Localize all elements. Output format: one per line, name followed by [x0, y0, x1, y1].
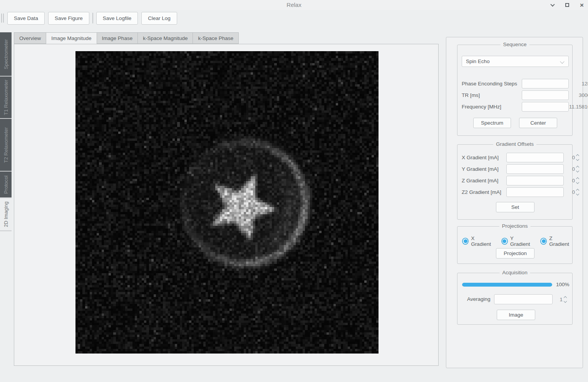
save-data-button[interactable]: Save Data [7, 12, 45, 25]
y-gradient-spinbox[interactable] [506, 164, 564, 174]
z-gradient-radio-label: Z Gradient [549, 235, 572, 247]
center-button[interactable]: Center [519, 118, 557, 128]
spinner-arrows-icon[interactable] [576, 165, 579, 173]
frequency-input[interactable] [522, 102, 588, 111]
z-gradient-input[interactable] [507, 176, 576, 185]
tab-kspace-magnitude[interactable]: k-Space Magnitude [137, 32, 193, 44]
tr-spinbox[interactable] [522, 90, 569, 100]
side-tab-label: Protocol [3, 175, 9, 194]
side-tab-2d-imaging[interactable]: 2D Imaging [0, 198, 12, 231]
frequency-label: Frequency [MHz] [462, 104, 501, 110]
viewer-tab-bar: Overview Image Magnitude Image Phase k-S… [14, 32, 239, 44]
close-icon[interactable]: × [579, 2, 585, 8]
control-panel: Sequence Spin Echo Phase Enconding Steps… [446, 37, 583, 368]
phase-encoding-spinbox[interactable] [522, 79, 569, 88]
gradient-offsets-group: Gradient Offsets X Gradient [mA] Y Gradi… [457, 144, 573, 220]
window-title: Relax [0, 2, 588, 8]
toolbar-grip[interactable] [1, 13, 2, 23]
toolbar-grip[interactable] [3, 13, 4, 23]
frequency-spinbox[interactable] [522, 102, 569, 112]
projections-group: Projections X Gradient Y Gradient Z Grad… [457, 226, 573, 264]
acquisition-progress-bar [462, 283, 552, 287]
y-gradient-label: Y Gradient [mA] [462, 166, 499, 172]
x-gradient-radio[interactable] [462, 238, 469, 245]
averaging-label: Averaging [467, 296, 491, 302]
spectrum-button[interactable]: Spectrum [473, 118, 511, 128]
side-tab-label: T2 Relaxometer [3, 127, 9, 162]
tab-overview[interactable]: Overview [14, 32, 46, 44]
minimize-icon[interactable] [549, 2, 556, 8]
y-gradient-radio-label: Y Gradient [510, 235, 533, 247]
z-gradient-spinbox[interactable] [506, 176, 564, 185]
side-tab-label: T1 Relaxometer [3, 80, 9, 115]
side-tab-t1-relaxometer[interactable]: T1 Relaxometer [0, 77, 12, 119]
spinner-arrows-icon[interactable] [576, 188, 579, 197]
image-button[interactable]: Image [497, 310, 535, 320]
sequence-group: Sequence Spin Echo Phase Enconding Steps… [457, 45, 573, 136]
side-tab-spectrometer[interactable]: Spectrometer [0, 32, 12, 77]
x-gradient-spinbox[interactable] [506, 153, 564, 162]
sequence-select-value: Spin Echo [466, 58, 490, 64]
side-tab-label: 2D Imaging [3, 202, 9, 227]
averaging-input[interactable] [494, 295, 564, 304]
side-tab-protocol[interactable]: Protocol [0, 172, 12, 198]
set-button[interactable]: Set [496, 202, 534, 212]
x-gradient-input[interactable] [507, 153, 576, 162]
chevron-down-icon [560, 59, 564, 63]
spinner-arrows-icon[interactable] [564, 295, 566, 304]
averaging-spinbox[interactable] [494, 294, 553, 304]
x-gradient-label: X Gradient [mA] [462, 155, 499, 160]
projection-button[interactable]: Projection [496, 248, 534, 259]
progress-percent-label: 100% [556, 282, 570, 287]
clear-log-button[interactable]: Clear Log [141, 12, 177, 25]
phase-encoding-label: Phase Enconding Steps [462, 81, 517, 87]
acquisition-group: Acquisition 100% Averaging Image [457, 273, 573, 325]
acquisition-group-title: Acquisition [499, 270, 530, 275]
titlebar: Relax × [0, 0, 588, 10]
toolbar-grip[interactable] [92, 13, 93, 23]
side-tab-t2-relaxometer[interactable]: T2 Relaxometer [0, 119, 12, 172]
phase-encoding-input[interactable] [522, 79, 588, 88]
tab-kspace-phase[interactable]: k-Space Phase [193, 32, 239, 44]
image-viewer-panel [14, 44, 439, 366]
x-gradient-radio-label: X Gradient [471, 235, 494, 247]
side-tab-label: Spectrometer [3, 39, 9, 69]
maximize-icon[interactable] [564, 2, 570, 8]
sequence-select[interactable]: Spin Echo [462, 56, 569, 67]
tr-label: TR [ms] [462, 92, 480, 98]
toolbar: Save Data Save Figure Save Logfile Clear… [0, 11, 588, 25]
z-gradient-radio[interactable] [540, 238, 547, 245]
tab-image-magnitude[interactable]: Image Magnitude [46, 32, 97, 44]
spinner-arrows-icon[interactable] [576, 176, 579, 185]
y-gradient-input[interactable] [507, 165, 576, 173]
z2-gradient-spinbox[interactable] [506, 187, 564, 197]
side-tab-bar: Spectrometer T1 Relaxometer T2 Relaxomet… [0, 32, 12, 231]
tr-input[interactable] [522, 91, 588, 100]
mri-phantom-image [75, 51, 379, 354]
z2-gradient-label: Z2 Gradient [mA] [462, 189, 501, 195]
tab-image-phase[interactable]: Image Phase [97, 32, 138, 44]
y-gradient-radio[interactable] [501, 238, 508, 245]
z-gradient-label: Z Gradient [mA] [462, 178, 498, 183]
z2-gradient-input[interactable] [507, 188, 576, 197]
spinner-arrows-icon[interactable] [576, 153, 579, 162]
sequence-group-title: Sequence [501, 42, 529, 47]
save-figure-button[interactable]: Save Figure [48, 12, 89, 25]
save-logfile-button[interactable]: Save Logfile [96, 12, 138, 25]
gradient-offsets-group-title: Gradient Offsets [493, 141, 536, 147]
projections-group-title: Projections [499, 223, 531, 229]
